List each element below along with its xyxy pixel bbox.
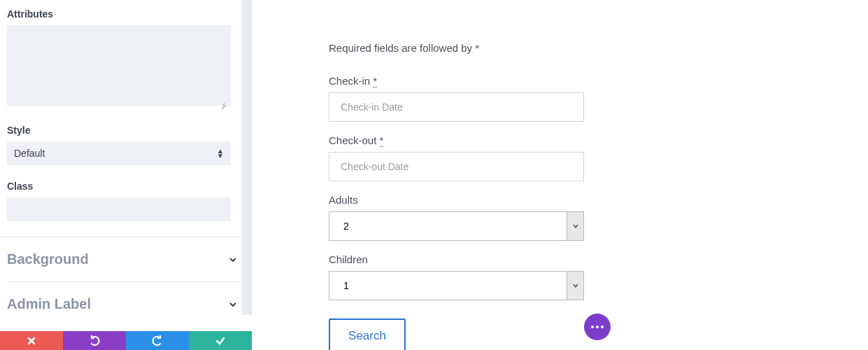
checkin-label: Check-in * [329, 75, 868, 87]
checkout-input[interactable] [329, 152, 584, 181]
chevron-down-icon [228, 300, 238, 309]
required-fields-note: Required fields are followed by * [329, 42, 868, 54]
accordion-title: Background [7, 251, 89, 267]
checkout-label: Check-out * [329, 134, 868, 146]
accordion-title: Admin Label [7, 296, 91, 312]
adults-select[interactable]: 2 [329, 211, 584, 241]
accordion-row-admin-label[interactable]: Admin Label [7, 282, 245, 326]
required-mark-icon: * [373, 75, 377, 88]
children-field: Children 1 [329, 253, 868, 300]
cancel-button[interactable] [0, 331, 63, 350]
attributes-textarea[interactable] [7, 25, 231, 106]
checkout-field: Check-out * [329, 134, 868, 181]
chevron-down-icon [228, 255, 238, 265]
settings-sidebar: Attributes Style Default ▲▼ Class Backgr… [0, 0, 252, 350]
adults-field: Adults 2 [329, 194, 868, 241]
checkin-input[interactable] [329, 92, 584, 122]
floating-action-button[interactable] [584, 314, 611, 340]
adults-label: Adults [329, 194, 868, 206]
style-select[interactable]: Default [7, 141, 231, 165]
style-heading: Style [7, 125, 245, 136]
undo-icon [89, 335, 100, 346]
accordion-row-background[interactable]: Background [7, 237, 245, 282]
save-button[interactable] [189, 331, 252, 350]
check-icon [215, 335, 226, 346]
class-heading: Class [7, 181, 245, 192]
required-mark-icon: * [380, 134, 384, 147]
undo-button[interactable] [63, 331, 126, 350]
preview-area: Required fields are followed by * Check-… [252, 0, 868, 350]
attributes-heading: Attributes [7, 8, 245, 20]
children-select[interactable]: 1 [329, 271, 584, 300]
class-input[interactable] [7, 197, 231, 221]
more-dots-icon [591, 326, 604, 328]
redo-button[interactable] [126, 331, 189, 350]
redo-icon [152, 335, 163, 346]
checkin-field: Check-in * [329, 75, 868, 122]
children-label: Children [329, 253, 868, 265]
close-icon [27, 336, 36, 346]
search-button[interactable]: Search [329, 318, 406, 350]
action-bar [0, 331, 252, 350]
